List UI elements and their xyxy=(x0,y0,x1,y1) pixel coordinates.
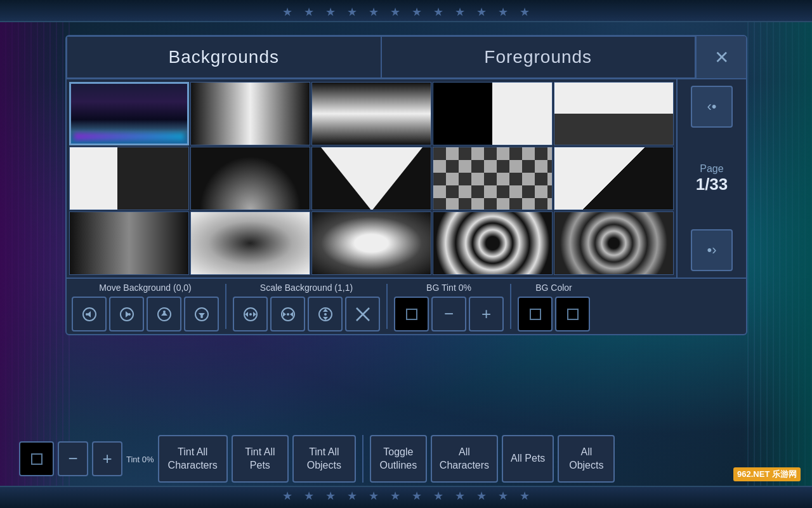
svg-marker-17 xyxy=(283,312,286,317)
move-bg-btns xyxy=(72,297,219,331)
bg-cell-checker[interactable] xyxy=(433,147,553,210)
all-characters-button[interactable]: All Characters xyxy=(431,435,498,483)
tint-minus-button[interactable]: − xyxy=(58,441,88,476)
move-bg-label: Move Background (0,0) xyxy=(99,281,192,294)
bg-tint-minus-button[interactable]: − xyxy=(431,297,466,331)
star-icon: ★ xyxy=(390,5,400,19)
bg-cell-radial-dark[interactable] xyxy=(190,211,310,275)
tint-percent: Tint 0% xyxy=(126,455,154,464)
grid-nav-row: ‹• Page 1/33 •› xyxy=(67,79,746,277)
star-icon: ★ xyxy=(390,489,400,503)
close-button[interactable]: ✕ xyxy=(695,36,746,78)
svg-marker-22 xyxy=(323,317,328,320)
bg-tint-color-button[interactable] xyxy=(394,297,429,331)
bg-cell-dark-center[interactable] xyxy=(190,147,310,210)
bg-color-button-1[interactable] xyxy=(518,297,553,331)
svg-point-8 xyxy=(163,311,166,313)
tint-all-characters-label: Tint All Characters xyxy=(168,446,218,472)
move-left-button[interactable] xyxy=(72,297,107,331)
sep3 xyxy=(510,284,511,329)
bg-cell-dark-top[interactable] xyxy=(554,147,674,210)
next-icon: •› xyxy=(707,242,716,258)
bg-tint-btns: − + xyxy=(394,297,504,331)
tint-all-objects-button[interactable]: Tint All Objects xyxy=(292,435,356,483)
all-objects-button[interactable]: All Objects xyxy=(558,435,615,483)
bg-cell-city[interactable] xyxy=(69,82,189,145)
svg-marker-18 xyxy=(290,312,293,317)
tab-backgrounds-label: Backgrounds xyxy=(169,47,279,67)
toggle-outlines-button[interactable]: Toggle Outlines xyxy=(370,435,427,483)
bg-color-swatch-1 xyxy=(530,309,541,320)
tint-all-characters-button[interactable]: Tint All Characters xyxy=(158,435,228,483)
top-border: ★ ★ ★ ★ ★ ★ ★ ★ ★ ★ ★ ★ xyxy=(0,0,812,22)
scale-in-h-button[interactable] xyxy=(270,297,305,331)
bg-cell-checker-h[interactable] xyxy=(433,82,553,145)
star-icon: ★ xyxy=(325,489,336,503)
scale-in-v-button[interactable] xyxy=(345,297,380,331)
star-icon: ★ xyxy=(455,489,465,503)
star-icon: ★ xyxy=(282,5,292,19)
all-pets-button[interactable]: All Pets xyxy=(502,435,554,483)
tint-color-swatch xyxy=(31,453,43,465)
svg-point-11 xyxy=(200,316,203,318)
page-number: 1/33 xyxy=(696,175,728,194)
next-page-button[interactable]: •› xyxy=(691,229,733,271)
star-icon: ★ xyxy=(412,5,422,19)
tab-backgrounds[interactable]: Backgrounds xyxy=(67,36,381,78)
scale-out-h-button[interactable] xyxy=(233,297,268,331)
minus-icon: − xyxy=(68,449,77,469)
watermark-site: 962.NET xyxy=(737,469,769,479)
scale-bg-btns xyxy=(233,297,380,331)
bg-tint-plus-button[interactable]: + xyxy=(469,297,504,331)
star-icon: ★ xyxy=(476,489,487,503)
scale-out-v-button[interactable] xyxy=(308,297,343,331)
bg-cell-radial-rings[interactable] xyxy=(433,211,553,275)
bg-cell-radial-center[interactable] xyxy=(311,211,431,275)
prev-icon: ‹• xyxy=(707,98,716,115)
svg-point-19 xyxy=(287,313,289,316)
sep1 xyxy=(225,284,226,329)
nav-panel: ‹• Page 1/33 •› xyxy=(676,79,746,277)
move-right-button[interactable] xyxy=(109,297,144,331)
close-icon: ✕ xyxy=(714,47,729,68)
tab-foregrounds[interactable]: Foregrounds xyxy=(381,36,696,78)
toolbar-sep xyxy=(362,435,363,483)
star-icon: ★ xyxy=(369,489,379,503)
bg-grid xyxy=(67,79,676,277)
bg-cell-triangle[interactable] xyxy=(311,147,431,210)
svg-marker-13 xyxy=(245,312,248,317)
move-up-button[interactable] xyxy=(147,297,181,331)
all-characters-label: All Characters xyxy=(440,446,489,472)
bg-color-btns xyxy=(518,297,590,331)
bg-cell-tb-grad[interactable] xyxy=(311,82,431,145)
bottom-border: ★ ★ ★ ★ ★ ★ ★ ★ ★ ★ ★ ★ xyxy=(0,486,812,508)
sep2 xyxy=(386,284,388,329)
scale-bg-label: Scale Background (1,1) xyxy=(260,281,353,294)
bg-tint-color-swatch xyxy=(406,309,417,320)
bottom-toolbar: − + Tint 0% Tint All Characters Tint All… xyxy=(0,432,812,486)
svg-point-15 xyxy=(249,313,252,316)
star-icon: ★ xyxy=(412,489,422,503)
stars-bottom: ★ ★ ★ ★ ★ ★ ★ ★ ★ ★ ★ ★ xyxy=(282,489,530,503)
move-down-button[interactable] xyxy=(184,297,219,331)
bg-cell-dark-lr[interactable] xyxy=(69,211,189,275)
bg-tint-label: BG Tint 0% xyxy=(426,281,471,294)
bg-cell-half-white[interactable] xyxy=(554,82,674,145)
prev-page-button[interactable]: ‹• xyxy=(691,86,733,128)
tint-all-pets-button[interactable]: Tint All Pets xyxy=(232,435,289,483)
tint-all-objects-label: Tint All Objects xyxy=(307,446,341,472)
bg-cell-white-left[interactable] xyxy=(69,147,189,210)
tint-plus-button[interactable]: + xyxy=(92,441,122,476)
bg-tint-group: BG Tint 0% − + xyxy=(394,281,504,331)
bg-cell-lr-grad[interactable] xyxy=(190,82,310,145)
bg-color-button-2[interactable] xyxy=(555,297,590,331)
tint-color-button[interactable] xyxy=(19,441,54,476)
bg-color-label: BG Color xyxy=(535,281,572,294)
grid-area xyxy=(67,79,676,277)
star-icon: ★ xyxy=(369,5,379,19)
svg-marker-21 xyxy=(323,309,328,312)
star-icon: ★ xyxy=(498,489,508,503)
scale-bg-group: Scale Background (1,1) xyxy=(233,281,380,331)
bg-cell-radial-rings2[interactable] xyxy=(554,211,674,275)
page-info: Page 1/33 xyxy=(696,163,728,194)
